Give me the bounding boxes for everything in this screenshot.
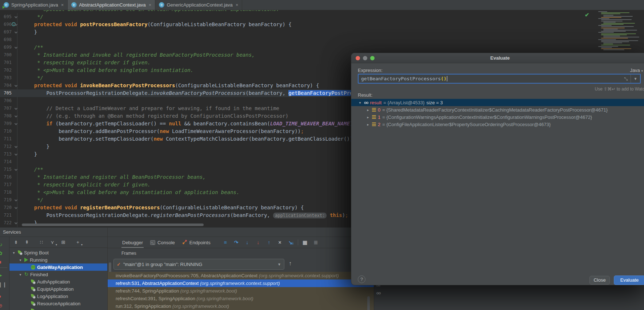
open-in-new-tab-icon[interactable]: ⊞ [60,239,66,245]
close-window-icon[interactable] [356,56,360,60]
editor-minimap[interactable] [598,11,641,54]
layout-settings-icon[interactable]: ≣ [312,239,320,245]
fold-marker-icon[interactable] [15,122,17,125]
code-text: * respecting explicit order if given. [22,59,151,67]
step-out-icon[interactable]: ↑ [265,239,273,245]
tab-console[interactable]: ›_Console [148,237,177,248]
fold-marker-icon[interactable] [15,84,17,87]
result-row[interactable]: ▾ooresult = {ArrayList@4533} size = 3 [351,99,644,106]
previous-frame-icon[interactable]: ↑ [289,260,292,267]
service-item-Running[interactable]: ▾Running [9,256,107,263]
help-button[interactable]: ? [358,275,365,283]
service-item[interactable] [9,307,107,310]
result-child-row[interactable]: ▸2 = {ConfigFileApplicationListener$Prop… [351,121,644,128]
tab-GenericApplicationContext.java[interactable]: CGenericApplicationContext.java× [155,0,242,10]
frames-scrollbar-right[interactable] [367,296,370,310]
step-over-icon[interactable]: ↷ [232,239,240,245]
stack-frame-row[interactable]: refresh:744, SpringApplication (org.spri… [108,287,374,295]
expand-all-icon[interactable]: ⇟ [13,239,19,245]
result-name: result [370,100,381,105]
code-text: * special BeanPostProcessors etc in cert… [22,10,279,13]
horizontal-scrollbar[interactable] [22,224,204,226]
fold-marker-icon[interactable] [15,114,17,117]
mute-breakpoints-icon[interactable]: ⊘ [0,302,5,309]
zoom-window-icon[interactable] [370,56,375,60]
element-index: 0 [378,107,380,113]
thread-selector[interactable]: ✓ "main"@1 in group "main": RUNNING ▼ [113,259,284,270]
expression-input[interactable]: getBeanFactoryPostProcessors() ⤡ ▼ [358,74,641,84]
run-to-cursor-icon[interactable]: ↘ᵢ [287,239,295,245]
show-execution-point-icon[interactable]: ≡ [221,239,229,245]
evaluate-button[interactable]: Evaluate [614,275,644,285]
step-into-icon[interactable]: ↓ [243,239,251,245]
fold-marker-icon[interactable] [15,15,17,18]
service-item-EquiptApplication[interactable]: EquiptApplication [9,285,107,293]
service-item-LogApplication[interactable]: LogApplication [9,293,107,300]
tab-AbstractApplicationContext.java[interactable]: CAbstractApplicationContext.java× [68,0,155,10]
service-item-Finished[interactable]: ▾↻Finished [9,271,107,278]
expression-label: Expression: [358,68,383,73]
close-tab-icon[interactable]: × [61,2,64,8]
language-selector[interactable]: Java ▾ [630,68,643,73]
expression-history-dropdown[interactable]: ▼ [631,75,640,83]
fold-marker-icon[interactable] [15,31,17,33]
chevron-down-icon[interactable]: ▾ [18,273,23,277]
stack-frame-row[interactable]: refreshContext:391, SpringApplication (o… [108,295,374,302]
fold-marker-icon[interactable] [15,221,17,224]
expand-editor-icon[interactable]: ⤡ [621,76,631,81]
panel-splitter[interactable] [107,227,108,310]
group-by-icon[interactable]: ∷ [39,239,44,245]
chevron-right-icon[interactable]: ▸ [366,108,370,112]
chevron-right-icon[interactable]: ▸ [366,115,370,119]
tab-SpringApplication.java[interactable]: CSpringApplication.java× [0,0,68,10]
thread-status-icon: ✓ [117,262,121,267]
rerun-icon[interactable]: ↻ [0,241,5,248]
chevron-down-icon[interactable]: ▾ [18,258,23,262]
close-button[interactable]: Close [589,276,610,285]
close-tab-icon[interactable]: × [236,2,239,8]
drop-frame-icon[interactable]: × [276,239,284,245]
fold-marker-icon[interactable] [15,145,17,148]
stop-icon[interactable]: ■ [0,259,5,265]
evaluate-expression-icon[interactable]: ▦ [301,239,309,245]
line-number: 713 [0,150,12,158]
stack-frame-row[interactable]: run:312, SpringApplication (org.springfr… [108,302,374,310]
chevron-down-icon: ▼ [277,262,281,266]
fold-marker-icon[interactable] [15,107,17,110]
minimize-window-icon[interactable] [363,56,367,60]
stack-frame-row[interactable]: invokeBeanFactoryPostProcessors:705, Abs… [108,272,374,279]
fold-marker-icon[interactable] [15,198,17,201]
fold-marker-icon[interactable] [15,168,17,171]
add-service-icon[interactable]: +▾ [75,239,81,245]
line-number: 712 [0,143,12,150]
result-child-row[interactable]: ▸0 = {SharedMetadataReaderFactoryContext… [351,106,644,113]
service-item-GateWayApplication[interactable]: GateWayApplication [9,263,107,271]
result-size: size = 3 [427,100,443,105]
fold-marker-icon[interactable] [15,206,17,209]
result-child-row[interactable]: ▸1 = {ConfigurationWarningsApplicationCo… [351,113,644,121]
service-item-ResourceApplication[interactable]: ResourceApplication [9,300,107,307]
fold-marker-icon[interactable] [15,46,17,49]
filter-icon[interactable]: ⋎▾ [49,239,55,245]
class-icon: C [4,2,9,8]
pause-icon[interactable]: ❙❙ [0,281,5,288]
chevron-down-icon[interactable]: ▾ [12,251,16,255]
resume-icon[interactable]: ▶ [0,272,5,278]
force-step-into-icon[interactable]: ↓ [254,239,262,245]
tab-debugger[interactable]: Debugger [120,237,145,248]
collapse-all-icon[interactable]: ⇞ [24,239,30,245]
close-tab-icon[interactable]: × [149,2,152,8]
spring-boot-icon [31,294,35,298]
line-number: 698 [0,36,12,44]
tab-endpoints[interactable]: Endpoints [180,237,213,248]
watches-icon[interactable]: oo [376,291,380,295]
service-item-AuthApplication[interactable]: AuthApplication [9,278,107,285]
fold-marker-icon[interactable] [15,153,17,156]
rerun-debug-icon[interactable]: ✿ [0,250,5,257]
chevron-right-icon[interactable]: ▸ [366,122,370,126]
view-breakpoints-icon[interactable]: ● [0,293,5,299]
chevron-down-icon[interactable]: ▾ [358,101,362,105]
code-text: } [22,28,37,36]
stack-frame-row[interactable]: refresh:531, AbstractApplicationContext … [108,279,374,287]
service-item-Spring Boot[interactable]: ▾Spring Boot [9,249,107,256]
